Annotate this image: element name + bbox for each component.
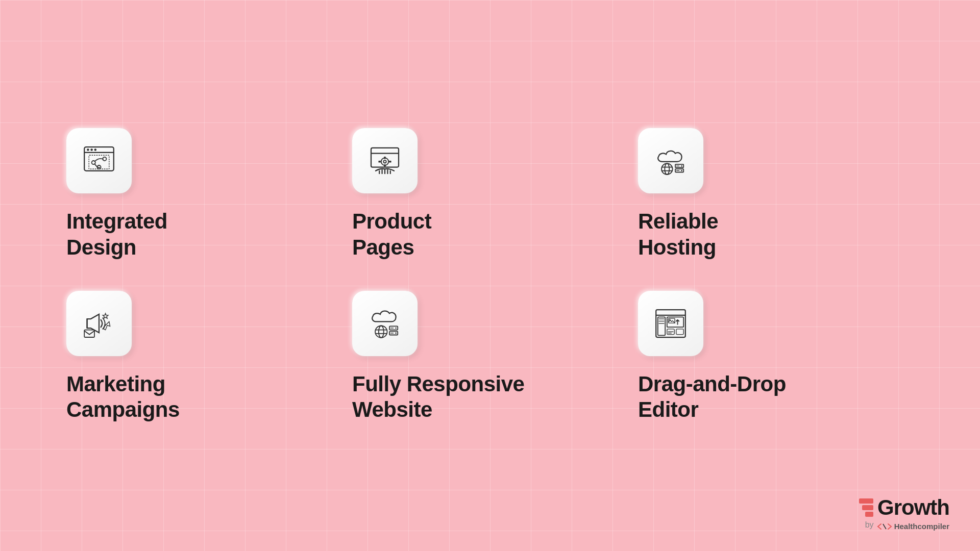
logo-main: Growth <box>859 495 949 520</box>
reliable-hosting-icon-box <box>638 128 703 193</box>
feature-reliable-hosting: ReliableHosting <box>628 128 914 260</box>
svg-rect-49 <box>676 329 683 335</box>
logo-brand-text: Healthcompiler <box>894 522 949 531</box>
svg-point-30 <box>379 326 384 338</box>
logo-brand-line: Healthcompiler <box>877 522 949 531</box>
svg-point-12 <box>383 160 386 163</box>
svg-point-36 <box>395 333 397 334</box>
drag-and-drop-editor-label: Drag-and-DropEditor <box>638 371 786 423</box>
feature-fully-responsive-website: Fully ResponsiveWebsite <box>342 291 628 423</box>
logo-by-text: by <box>865 520 874 530</box>
svg-rect-16 <box>378 161 381 163</box>
svg-point-17 <box>662 164 673 175</box>
marketing-campaigns-icon-box <box>66 291 132 356</box>
drag-and-drop-editor-icon-box <box>638 291 703 356</box>
svg-rect-28 <box>84 330 94 337</box>
integrated-design-icon <box>81 142 117 179</box>
main-container: IntegratedDesign <box>0 0 980 551</box>
svg-point-35 <box>395 328 397 329</box>
svg-point-29 <box>375 326 387 338</box>
svg-rect-15 <box>389 161 391 163</box>
integrated-design-icon-box <box>66 128 132 193</box>
svg-rect-14 <box>384 164 386 167</box>
product-pages-icon <box>366 142 403 179</box>
product-pages-icon-box <box>352 128 418 193</box>
logo-area: Growth by Healthcompiler <box>859 495 949 531</box>
feature-integrated-design: IntegratedDesign <box>56 128 342 260</box>
features-grid: IntegratedDesign <box>56 128 914 423</box>
svg-line-52 <box>883 524 886 529</box>
svg-point-3 <box>90 148 93 151</box>
marketing-campaigns-label: MarketingCampaigns <box>66 371 180 423</box>
reliable-hosting-icon <box>652 142 689 179</box>
svg-point-18 <box>665 164 669 175</box>
svg-point-2 <box>87 148 89 151</box>
svg-point-24 <box>681 170 682 171</box>
logo-bar-chart-icon <box>859 498 873 517</box>
fully-responsive-website-label: Fully ResponsiveWebsite <box>352 371 524 423</box>
svg-point-23 <box>681 165 682 167</box>
feature-product-pages: ProductPages <box>342 128 628 260</box>
svg-point-11 <box>381 158 388 165</box>
svg-rect-13 <box>384 157 386 159</box>
logo-text: Growth <box>877 495 949 520</box>
feature-drag-and-drop-editor: Drag-and-DropEditor <box>628 291 914 423</box>
integrated-design-label: IntegratedDesign <box>66 209 167 260</box>
fully-responsive-website-icon <box>366 305 403 342</box>
drag-and-drop-editor-icon <box>652 305 689 342</box>
svg-point-47 <box>669 319 671 320</box>
svg-rect-41 <box>658 317 665 335</box>
reliable-hosting-label: ReliableHosting <box>638 209 718 260</box>
feature-marketing-campaigns: MarketingCampaigns <box>56 291 342 423</box>
product-pages-label: ProductPages <box>352 209 431 260</box>
marketing-campaigns-icon <box>81 305 117 342</box>
svg-point-4 <box>94 148 97 151</box>
logo-code-icon <box>877 523 892 530</box>
fully-responsive-website-icon-box <box>352 291 418 356</box>
